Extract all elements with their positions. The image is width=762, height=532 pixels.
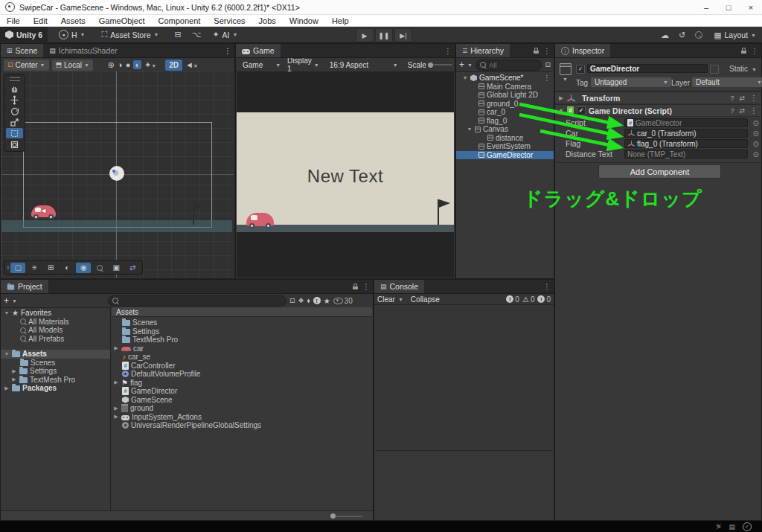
kebab-menu-icon[interactable]: ⋮ [362, 283, 370, 291]
visibility-count[interactable]: 30 [333, 297, 353, 305]
chevron-down-icon[interactable]: ▼ [398, 297, 403, 302]
asset-defaultvolumeprofile[interactable]: DefaultVolumeProfile [112, 370, 372, 379]
component-enabled-checkbox[interactable]: ✓ [577, 106, 586, 115]
scene-effects-icon[interactable]: ✦▼ [144, 60, 156, 70]
hierarchy-search-input[interactable] [489, 61, 538, 69]
grid-snap-icon[interactable]: ⊞ [43, 263, 58, 273]
project-search-input[interactable] [121, 297, 282, 305]
console-log-area[interactable] [375, 305, 553, 449]
menu-services[interactable]: Services [207, 15, 252, 27]
scale-tool-button[interactable] [6, 117, 23, 127]
package-manager-icon[interactable]: ⊟ [174, 30, 181, 39]
expand-arrow-icon[interactable]: ▶ [11, 368, 17, 374]
clear-button[interactable]: Clear [377, 295, 395, 304]
kebab-menu-icon[interactable]: ⋮ [224, 47, 231, 55]
game-target-dropdown[interactable]: Game▼ [239, 60, 281, 71]
expand-arrow-icon[interactable]: ▼ [462, 75, 468, 80]
expand-arrow-icon[interactable]: ▶ [113, 345, 119, 351]
kebab-menu-icon[interactable]: ⋮ [444, 47, 452, 55]
close-button[interactable]: × [740, 0, 762, 15]
layout-dropdown[interactable]: ▦ Layout▼ [712, 27, 758, 43]
step-button[interactable]: ▶| [394, 28, 412, 42]
layers-overlay-icon[interactable]: ▣ [109, 263, 124, 273]
cache-server-icon[interactable]: ▤ [729, 523, 735, 531]
chevron-down-icon[interactable]: ▼ [467, 63, 473, 68]
scene-viewport[interactable]: ◄ ‖ ▢ ≡ ⊞ ◐ ◉ [1, 71, 234, 278]
expand-arrow-icon[interactable]: ▶ [113, 379, 119, 385]
light-2d-gizmo[interactable] [109, 166, 124, 181]
account-dropdown[interactable]: ● H▼ [54, 27, 91, 43]
static-dropdown-icon[interactable]: ▼ [752, 67, 757, 72]
menu-component[interactable]: Component [151, 15, 207, 27]
hierarchy-item-eventsystem[interactable]: EventSystem [456, 142, 554, 151]
audio-mute-icon[interactable]: ◄✕ [185, 60, 198, 69]
active-checkbox[interactable]: ✓ [576, 65, 585, 74]
render-mode-icon[interactable]: ◐ [60, 263, 74, 273]
expand-arrow-icon[interactable]: ▼ [4, 310, 10, 315]
flag-value-field[interactable]: flag_0 (Transform) [624, 139, 748, 148]
scene-2d-lighting-icon[interactable]: ◑ [118, 60, 123, 69]
menu-help[interactable]: Help [325, 15, 356, 27]
hierarchy-item-distance[interactable]: distance [456, 134, 554, 143]
presets-icon[interactable]: ⇄ [739, 94, 745, 102]
tree-scenes[interactable]: Scenes [1, 359, 110, 368]
ai-dropdown[interactable]: ✦ AI▼ [207, 27, 243, 43]
scene-lighting-icon[interactable]: ● [126, 60, 131, 69]
info-count-badge[interactable]: !0 [506, 295, 519, 304]
asset-store-dropdown[interactable]: ⛶ Asset Store▼ [97, 27, 164, 43]
transform-component-header[interactable]: ▶ Transform ? ⇄ ⋮ [555, 92, 761, 104]
rect-overlay-icon[interactable]: ▢ [10, 263, 25, 273]
asset-inputsystem-actions[interactable]: ▶InputSystem_Actions [112, 413, 372, 422]
tab-scene[interactable]: ⊞ Scene [1, 44, 43, 57]
asset-flag[interactable]: ▶⚑flag [112, 379, 372, 388]
tree-settings[interactable]: ▶Settings [1, 367, 110, 376]
add-component-button[interactable]: Add Component [598, 164, 721, 179]
tab-inspector[interactable]: i Inspector [555, 44, 610, 57]
help-icon[interactable]: ? [730, 94, 734, 102]
palette-grip[interactable] [10, 77, 20, 81]
search-by-type-icon[interactable]: ⊡ [545, 61, 551, 68]
multiplayer-icon[interactable]: ⌥ [192, 30, 202, 39]
draw-mode-icon[interactable]: ⊕ [108, 60, 115, 70]
menu-edit[interactable]: Edit [27, 15, 54, 27]
favorite-all-materials[interactable]: All Materials [1, 318, 110, 327]
kebab-menu-icon[interactable]: ⋮ [751, 47, 758, 55]
tab-project[interactable]: Project [1, 280, 48, 293]
hierarchy-search[interactable] [476, 60, 542, 71]
rotate-tool-button[interactable] [6, 106, 23, 116]
tab-game[interactable]: Game [236, 44, 281, 57]
asset-ground[interactable]: ▶ground [112, 404, 372, 413]
asset-car[interactable]: ▶car [112, 344, 372, 353]
favorites-root[interactable]: ▼ ★ Favorites [1, 309, 110, 318]
tag-dropdown[interactable]: Untagged▼ [591, 77, 671, 87]
pause-button[interactable]: ❚❚ [375, 28, 393, 42]
thumbnail-size-slider[interactable] [330, 513, 362, 519]
chevron-down-icon[interactable]: ▼ [563, 77, 568, 82]
minimize-button[interactable]: – [695, 0, 717, 15]
shuffle-overlay-icon[interactable]: ⇄ [125, 263, 140, 273]
hierarchy-item-gamedirector[interactable]: GameDirector [456, 151, 554, 160]
lock-icon[interactable] [353, 283, 358, 289]
asset-textmesh-pro[interactable]: TextMesh Pro [112, 336, 372, 344]
display-dropdown[interactable]: Display 1▼ [284, 60, 323, 71]
hidden-count-icon[interactable]: ! [313, 297, 321, 304]
error-count-badge[interactable]: !0 [537, 295, 551, 304]
kebab-menu-icon[interactable]: ⋮ [543, 74, 551, 82]
axis-dropdown[interactable]: ⬒ Local▼ [52, 60, 93, 71]
expand-arrow-icon[interactable]: ▼ [467, 126, 473, 132]
progress-check-icon[interactable]: ✓ [743, 522, 752, 531]
assets-breadcrumb[interactable]: Assets [112, 307, 372, 317]
scale-slider[interactable]: Scale [408, 61, 452, 69]
expand-arrow-icon[interactable]: ▼ [558, 108, 564, 113]
hierarchy-item-car0[interactable]: car_0 [456, 108, 554, 117]
asset-urp-global-settings[interactable]: UniversalRenderPipelineGlobalSettings [112, 421, 372, 430]
expand-arrow-icon[interactable]: ▶ [11, 376, 17, 382]
asset-settings[interactable]: Settings [112, 327, 372, 336]
scene-car-sprite[interactable]: ◄ [31, 205, 56, 217]
auto-lighting-icon[interactable]: ✎̸ [716, 523, 722, 531]
move-tool-button[interactable] [6, 94, 23, 105]
object-picker-icon[interactable]: ⊙ [753, 140, 759, 148]
2d-toggle-button[interactable]: 2D [165, 60, 182, 71]
layer-dropdown[interactable]: Default▼ [692, 77, 762, 87]
kebab-menu-icon[interactable]: ⋮ [750, 94, 758, 102]
